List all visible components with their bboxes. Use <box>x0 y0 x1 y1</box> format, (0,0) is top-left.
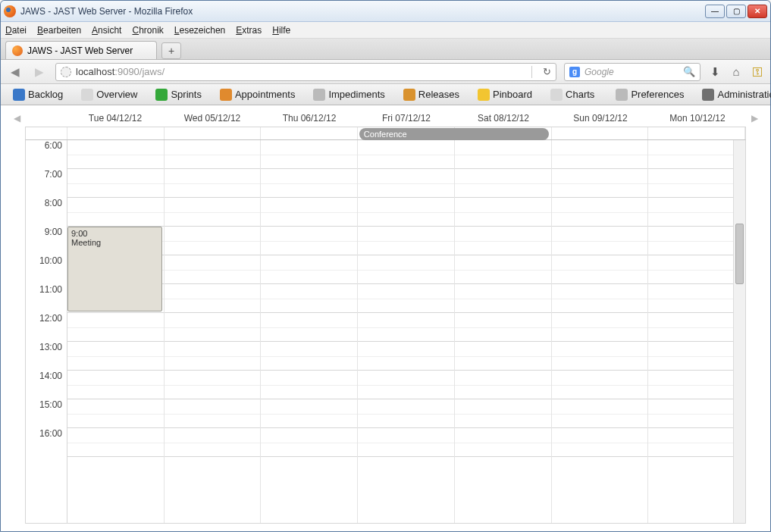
backlog-icon <box>13 89 25 101</box>
day-column[interactable] <box>648 140 745 523</box>
day-header: Sat 08/12/12 <box>455 113 552 124</box>
day-header: Tue 04/12/12 <box>67 113 164 124</box>
downloads-icon[interactable]: ⬇ <box>708 65 722 79</box>
browser-menubar: Datei Bearbeiten Ansicht Chronik Lesezei… <box>1 22 770 39</box>
day-header: Fri 07/12/12 <box>358 113 455 124</box>
charts-icon <box>550 89 563 101</box>
key-icon[interactable]: ⚿ <box>751 65 764 79</box>
window-titlebar: JAWS - JAST Web Server - Mozilla Firefox… <box>1 1 770 22</box>
day-column[interactable] <box>261 140 358 523</box>
scrollbar-thumb[interactable] <box>735 224 744 284</box>
menu-extras[interactable]: Extras <box>236 25 262 36</box>
allday-row: Conference <box>25 127 746 140</box>
site-identity-icon <box>61 67 71 77</box>
calendar-header: ◀ Tue 04/12/12Wed 05/12/12Thu 06/12/12Fr… <box>8 110 763 127</box>
search-icon[interactable]: 🔍 <box>683 66 695 77</box>
day-column[interactable] <box>455 140 552 523</box>
menu-hilfe[interactable]: Hilfe <box>272 25 290 36</box>
new-tab-button[interactable]: + <box>161 42 181 59</box>
toolbar-impediments[interactable]: Impediments <box>306 87 392 102</box>
minimize-button[interactable]: — <box>705 5 725 18</box>
home-icon[interactable]: ⌂ <box>729 65 743 79</box>
time-label: 14:00 <box>26 371 67 399</box>
event-title: Meeting <box>71 238 158 247</box>
impediments-icon <box>313 89 325 101</box>
day-header: Mon 10/12/12 <box>649 113 746 124</box>
day-column[interactable] <box>165 140 262 523</box>
time-label: 16:00 <box>26 428 67 457</box>
toolbar-backlog[interactable]: Backlog <box>5 87 71 102</box>
firefox-icon <box>4 5 16 17</box>
calendar-scrollbar[interactable] <box>733 140 745 523</box>
google-icon: g <box>569 67 580 77</box>
toolbar-preferences[interactable]: Preferences <box>608 87 691 102</box>
time-label: 11:00 <box>26 284 67 313</box>
toolbar-releases[interactable]: Releases <box>396 87 467 102</box>
appointments-icon <box>220 89 232 101</box>
toolbar-label: Releases <box>418 89 459 100</box>
nav-toolbar: ◀ ▶ localhost:9090/jaws/ ↻ g Google 🔍 ⬇ … <box>1 60 770 84</box>
forward-button[interactable]: ▶ <box>31 64 48 80</box>
sprints-icon <box>155 89 168 101</box>
time-label: 13:00 <box>26 342 67 371</box>
maximize-button[interactable]: ▢ <box>726 5 746 18</box>
toolbar-label: Preferences <box>631 89 684 100</box>
time-label: 10:00 <box>26 255 67 284</box>
calendar-grid: 6:007:008:009:0010:0011:0012:0013:0014:0… <box>26 140 745 523</box>
url-text: localhost:9090/jaws/ <box>76 66 524 77</box>
toolbar-label: Backlog <box>28 89 63 100</box>
window-title: JAWS - JAST Web Server - Mozilla Firefox <box>20 6 705 17</box>
day-header: Sun 09/12/12 <box>552 113 649 124</box>
toolbar-label: Sprints <box>171 89 201 100</box>
back-button[interactable]: ◀ <box>7 64 24 80</box>
menu-ansicht[interactable]: Ansicht <box>92 25 121 36</box>
tab-favicon <box>12 45 23 56</box>
toolbar-pinboard[interactable]: Pinboard <box>470 87 540 102</box>
tab-title: JAWS - JAST Web Server <box>27 45 133 56</box>
app-toolbar: BacklogOverviewSprintsAppointmentsImpedi… <box>1 84 770 105</box>
toolbar-label: Administration <box>717 89 771 100</box>
overview-icon <box>81 89 93 101</box>
time-label: 15:00 <box>26 399 67 428</box>
day-header: Wed 05/12/12 <box>164 113 261 124</box>
toolbar-label: Charts <box>566 89 594 100</box>
menu-datei[interactable]: Datei <box>5 25 27 36</box>
menu-bearbeiten[interactable]: Bearbeiten <box>37 25 81 36</box>
reload-button[interactable]: ↻ <box>543 66 551 77</box>
menu-chronik[interactable]: Chronik <box>132 25 163 36</box>
time-column: 6:007:008:009:0010:0011:0012:0013:0014:0… <box>26 140 67 523</box>
search-placeholder: Google <box>585 67 679 77</box>
day-column[interactable]: 9:00Meeting <box>67 140 165 523</box>
search-box[interactable]: g Google 🔍 <box>564 63 700 81</box>
toolbar-label: Pinboard <box>493 89 532 100</box>
calendar-prev-button[interactable]: ◀ <box>8 113 25 124</box>
toolbar-administration[interactable]: Administration <box>694 87 771 102</box>
browser-window: JAWS - JAST Web Server - Mozilla Firefox… <box>0 0 771 532</box>
day-header: Thu 06/12/12 <box>261 113 358 124</box>
pinboard-icon <box>478 89 490 101</box>
browser-tab[interactable]: JAWS - JAST Web Server <box>5 41 157 59</box>
time-label: 7:00 <box>26 169 67 198</box>
day-column[interactable] <box>358 140 455 523</box>
window-controls: — ▢ ✕ <box>705 5 767 18</box>
toolbar-label: Appointments <box>235 89 296 100</box>
menu-lesezeichen[interactable]: Lesezeichen <box>174 25 225 36</box>
close-button[interactable]: ✕ <box>747 5 767 18</box>
calendar-day-headers: Tue 04/12/12Wed 05/12/12Thu 06/12/12Fri … <box>25 113 746 124</box>
calendar-view: ◀ Tue 04/12/12Wed 05/12/12Thu 06/12/12Fr… <box>1 105 770 531</box>
calendar-next-button[interactable]: ▶ <box>746 113 763 124</box>
toolbar-sprints[interactable]: Sprints <box>148 87 208 102</box>
address-bar[interactable]: localhost:9090/jaws/ ↻ <box>55 63 556 81</box>
time-label: 8:00 <box>26 198 67 227</box>
allday-event-title: Conference <box>364 130 407 139</box>
toolbar-charts[interactable]: Charts <box>543 87 602 102</box>
allday-event-conference[interactable]: Conference <box>359 128 549 140</box>
toolbar-appointments[interactable]: Appointments <box>212 87 303 102</box>
tab-bar: JAWS - JAST Web Server + <box>1 39 770 60</box>
toolbar-label: Overview <box>96 89 137 100</box>
day-column[interactable] <box>552 140 649 523</box>
event-meeting[interactable]: 9:00Meeting <box>67 227 162 311</box>
calendar-body: 6:007:008:009:0010:0011:0012:0013:0014:0… <box>25 140 746 524</box>
toolbar-overview[interactable]: Overview <box>74 87 145 102</box>
toolbar-label: Impediments <box>328 89 384 100</box>
